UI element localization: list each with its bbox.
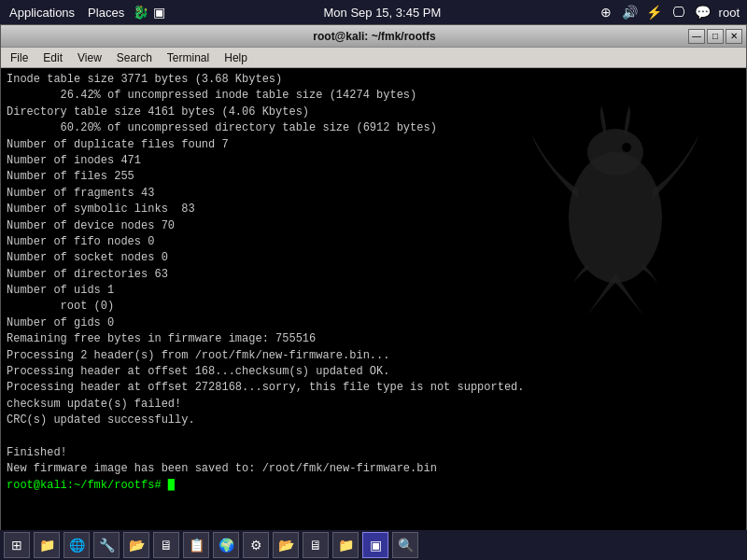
terminal-titlebar: root@kali: ~/fmk/rootfs — □ ✕ [1,25,746,48]
terminal-output: Inode table size 3771 bytes (3.68 Kbytes… [7,72,740,478]
minimize-button[interactable]: — [688,29,705,44]
bottom-icon-12[interactable]: 🔍 [392,532,418,558]
chat-icon: 💬 [695,4,712,21]
applications-menu[interactable]: Applications [4,4,80,21]
network-icon: ⊕ [598,4,614,21]
bottom-icon-8[interactable]: ⚙ [243,532,269,558]
kali-dragon-icon: 🐉 [132,4,148,21]
top-taskbar: Applications Places 🐉 ▣ Mon Sep 15, 3:45… [0,0,747,24]
window-controls: — □ ✕ [688,29,742,44]
bottom-icon-2[interactable]: 🌐 [63,532,90,558]
bottom-icon-7[interactable]: 🌍 [213,532,239,558]
close-button[interactable]: ✕ [726,29,742,44]
bottom-icon-10[interactable]: 🖥 [303,532,329,558]
terminal-prompt: root@kali:~/fmk/rootfs# █ [7,478,740,494]
terminal-content[interactable]: The quieter you become, the more you are… [1,68,746,559]
bottom-icon-1[interactable]: 📁 [34,532,60,558]
volume-icon: 🔊 [622,4,639,21]
menu-edit[interactable]: Edit [37,49,68,66]
maximize-button[interactable]: □ [707,29,724,44]
bluetooth-icon: ⚡ [646,4,663,21]
bottom-icon-11[interactable]: 📁 [332,532,359,558]
bottom-icon-6[interactable]: 📋 [183,532,209,558]
menu-search[interactable]: Search [111,49,158,66]
terminal-window: root@kali: ~/fmk/rootfs — □ ✕ File Edit … [0,24,747,560]
bottom-icon-0[interactable]: ⊞ [4,532,30,558]
display-icon: 🖵 [670,4,687,21]
bottom-icon-9[interactable]: 📂 [273,532,299,558]
terminal-menubar: File Edit View Search Terminal Help [1,48,746,68]
user-label: root [719,6,740,20]
bottom-icon-4[interactable]: 📂 [123,532,149,558]
bottom-icon-3[interactable]: 🔧 [93,532,120,558]
terminal-icon[interactable]: ▣ [150,4,167,21]
menu-file[interactable]: File [5,49,34,66]
datetime-display: Mon Sep 15, 3:45 PM [167,6,597,20]
bottom-icon-terminal[interactable]: ▣ [362,532,388,558]
bottom-icon-5[interactable]: 🖥 [153,532,179,558]
window-title: root@kali: ~/fmk/rootfs [61,30,688,43]
menu-view[interactable]: View [72,49,107,66]
places-menu[interactable]: Places [82,4,130,21]
menu-terminal[interactable]: Terminal [162,49,215,66]
bottom-taskbar: ⊞ 📁 🌐 🔧 📂 🖥 📋 🌍 ⚙ 📂 🖥 📁 ▣ 🔍 [0,530,747,560]
menu-help[interactable]: Help [218,49,253,66]
